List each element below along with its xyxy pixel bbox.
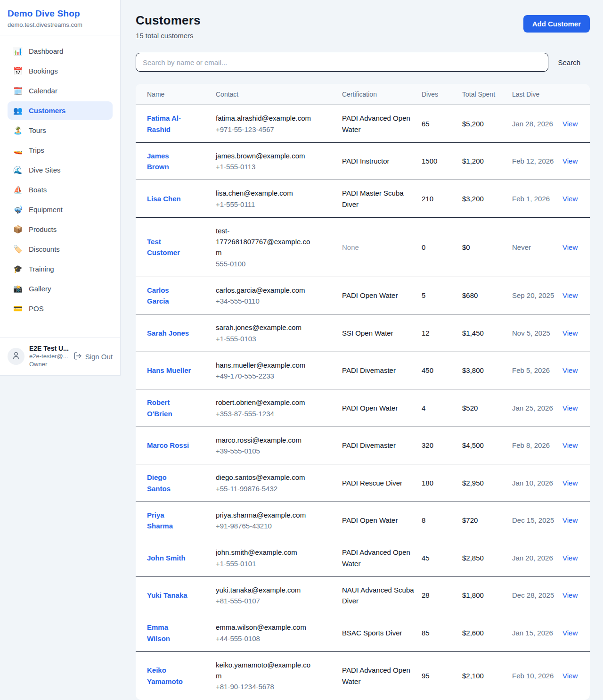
customer-name-link[interactable]: Emma Wilson <box>147 622 191 644</box>
certification-cell: PADI Open Water <box>342 502 422 539</box>
total-spent-cell: $720 <box>462 502 512 539</box>
table-row: Yuki Tanaka yuki.tanaka@example.com +81-… <box>136 576 590 614</box>
total-spent-cell: $2,850 <box>462 539 512 577</box>
certification-cell: PADI Rescue Diver <box>342 464 422 502</box>
table-row: Lisa Chen lisa.chen@example.com +1-555-0… <box>136 180 590 218</box>
camera-icon: 📸 <box>13 284 23 293</box>
view-link[interactable]: View <box>562 291 578 299</box>
contact-cell: lisa.chen@example.com +1-555-0111 <box>216 188 316 210</box>
customer-email: marco.rossi@example.com <box>216 435 316 445</box>
sidebar-item-dive-sites[interactable]: 🌊 Dive Sites <box>8 161 113 179</box>
sidebar-item-gallery[interactable]: 📸 Gallery <box>8 280 113 298</box>
table-row: Hans Mueller hans.mueller@example.com +4… <box>136 352 590 389</box>
search-input[interactable] <box>136 53 548 72</box>
credit-card-icon: 💳 <box>13 304 23 313</box>
customer-name-link[interactable]: Robert O'Brien <box>147 397 191 419</box>
sidebar-item-bookings[interactable]: 📅 Bookings <box>8 62 113 80</box>
customer-phone: +1-555-0103 <box>216 333 316 344</box>
table-row: Fatima Al-Rashid fatima.alrashid@example… <box>136 105 590 143</box>
view-link[interactable]: View <box>562 404 578 412</box>
sidebar-item-equipment[interactable]: 🤿 Equipment <box>8 200 113 219</box>
dives-cell: 95 <box>422 651 462 700</box>
customer-name-link[interactable]: Hans Mueller <box>147 365 191 376</box>
customer-name-link[interactable]: Keiko Yamamoto <box>147 665 191 687</box>
user-box: E2E Test U... e2e-tester@... Owner Sign … <box>0 337 120 375</box>
customer-name-link[interactable]: Diego Santos <box>147 472 191 494</box>
customer-phone: +1-555-0113 <box>216 161 316 172</box>
customer-phone: +34-555-0110 <box>216 296 316 306</box>
user-name: E2E Test U... <box>29 344 69 353</box>
customer-name-link[interactable]: Lisa Chen <box>147 193 181 204</box>
last-dive-cell: Feb 10, 2026 <box>512 651 562 700</box>
view-link[interactable]: View <box>562 441 578 449</box>
customer-name-link[interactable]: John Smith <box>147 552 186 563</box>
customer-email: emma.wilson@example.com <box>216 622 316 633</box>
sidebar-item-trips[interactable]: 🚤 Trips <box>8 141 113 159</box>
customer-name-link[interactable]: Marco Rossi <box>147 440 189 451</box>
customer-email: lisa.chen@example.com <box>216 188 316 198</box>
customer-name-link[interactable]: Fatima Al-Rashid <box>147 113 191 135</box>
sign-out-button[interactable]: Sign Out <box>73 352 113 362</box>
view-link[interactable]: View <box>562 329 578 337</box>
customer-email: sarah.jones@example.com <box>216 322 316 333</box>
customer-name-link[interactable]: Test Customer <box>147 236 191 258</box>
dives-cell: 4 <box>422 389 462 427</box>
dives-cell: 28 <box>422 576 462 614</box>
last-dive-cell: Jan 20, 2026 <box>512 539 562 577</box>
sidebar-item-calendar[interactable]: 🗓️ Calendar <box>8 82 113 100</box>
customer-name-link[interactable]: Carlos Garcia <box>147 285 191 307</box>
customer-name-link[interactable]: Yuki Tanaka <box>147 590 187 601</box>
total-spent-cell: $680 <box>462 277 512 314</box>
sidebar-item-discounts[interactable]: 🏷️ Discounts <box>8 240 113 258</box>
view-link[interactable]: View <box>562 479 578 487</box>
customer-email: diego.santos@example.com <box>216 472 316 483</box>
customer-phone: +1-555-0111 <box>216 199 316 210</box>
total-customers-count: 15 total customers <box>136 32 201 40</box>
view-link[interactable]: View <box>562 672 578 680</box>
view-link[interactable]: View <box>562 120 578 128</box>
sidebar-item-training[interactable]: 🎓 Training <box>8 260 113 278</box>
total-spent-cell: $1,450 <box>462 314 512 352</box>
view-link[interactable]: View <box>562 366 578 374</box>
sidebar-item-pos[interactable]: 💳 POS <box>8 299 113 318</box>
view-link[interactable]: View <box>562 516 578 524</box>
table-row: Marco Rossi marco.rossi@example.com +39-… <box>136 427 590 464</box>
view-link[interactable]: View <box>562 243 578 251</box>
view-link[interactable]: View <box>562 554 578 562</box>
sidebar-item-products[interactable]: 📦 Products <box>8 220 113 239</box>
customer-name-link[interactable]: James Brown <box>147 150 191 173</box>
sidebar-item-boats[interactable]: ⛵ Boats <box>8 181 113 199</box>
customer-phone: +1-555-0101 <box>216 558 316 569</box>
customer-email: hans.mueller@example.com <box>216 360 316 371</box>
customer-name-link[interactable]: Priya Sharma <box>147 510 191 532</box>
sign-out-label: Sign Out <box>85 353 113 361</box>
dives-cell: 85 <box>422 614 462 652</box>
contact-cell: carlos.garcia@example.com +34-555-0110 <box>216 285 316 307</box>
view-link[interactable]: View <box>562 157 578 165</box>
add-customer-button[interactable]: Add Customer <box>523 15 590 33</box>
brand-block: Demo Dive Shop demo.test.divestreams.com <box>0 0 120 35</box>
certification-cell: PADI Advanced Open Water <box>342 651 422 700</box>
last-dive-cell: Feb 5, 2026 <box>512 352 562 389</box>
customer-email: john.smith@example.com <box>216 547 316 558</box>
contact-cell: test-1772681807767@example.com 555-0100 <box>216 225 316 269</box>
contact-cell: sarah.jones@example.com +1-555-0103 <box>216 322 316 344</box>
total-spent-cell: $2,950 <box>462 464 512 502</box>
view-link[interactable]: View <box>562 195 578 203</box>
search-button[interactable]: Search <box>548 55 590 70</box>
last-dive-cell: Feb 1, 2026 <box>512 180 562 218</box>
customer-email: priya.sharma@example.com <box>216 510 316 520</box>
view-link[interactable]: View <box>562 629 578 637</box>
sidebar-item-customers[interactable]: 👥 Customers <box>8 101 113 120</box>
view-link[interactable]: View <box>562 591 578 599</box>
sidebar-item-dashboard[interactable]: 📊 Dashboard <box>8 42 113 60</box>
sidebar-item-tours[interactable]: 🏝️ Tours <box>8 121 113 140</box>
certification-cell: PADI Advanced Open Water <box>342 539 422 577</box>
contact-cell: emma.wilson@example.com +44-555-0108 <box>216 622 316 644</box>
last-dive-cell: Jan 28, 2026 <box>512 105 562 143</box>
main-content: Customers 15 total customers Add Custome… <box>121 0 603 700</box>
customer-name-link[interactable]: Sarah Jones <box>147 328 189 338</box>
dives-cell: 320 <box>422 427 462 464</box>
sidebar: Demo Dive Shop demo.test.divestreams.com… <box>0 0 121 376</box>
sidebar-nav: 📊 Dashboard 📅 Bookings 🗓️ Calendar 👥 Cus… <box>0 35 120 337</box>
